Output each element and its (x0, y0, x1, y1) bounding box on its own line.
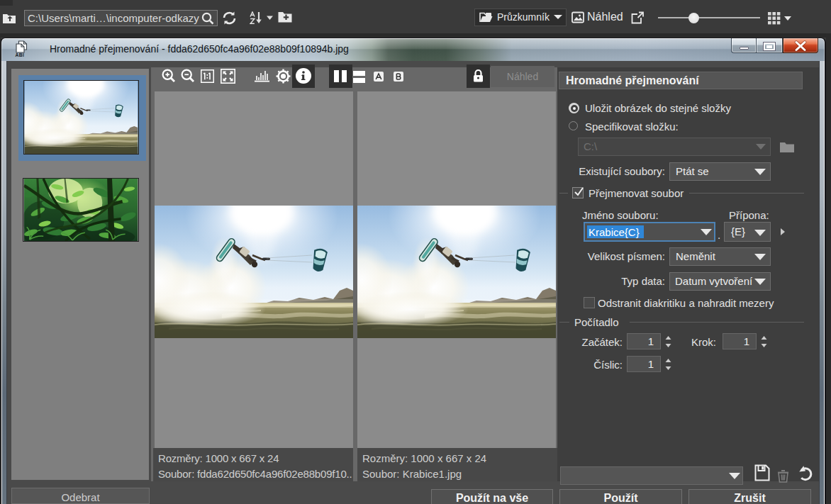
svg-text:ABI: ABI (16, 52, 25, 57)
